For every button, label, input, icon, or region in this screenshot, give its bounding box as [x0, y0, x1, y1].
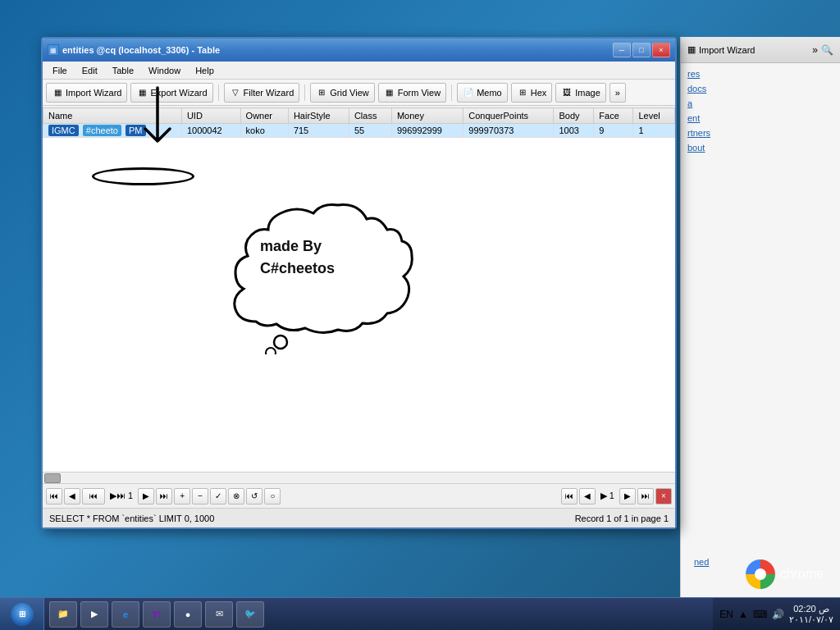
- memo-icon: 📄: [463, 87, 474, 98]
- nav-page-back-btn[interactable]: ◀: [579, 488, 596, 504]
- nav-delete-btn[interactable]: −: [192, 488, 208, 504]
- taskbar-item-ie[interactable]: e: [112, 601, 139, 628]
- data-table: Name UID Owner HairStyle Class Money Con…: [43, 107, 675, 138]
- import-wizard-button[interactable]: ▦ Import Wizard: [46, 83, 127, 103]
- right-sidebar: ▦ Import Wizard » 🔍 res docs a ent rtner…: [680, 37, 840, 597]
- cell-owner: koko: [240, 124, 288, 138]
- cell-name[interactable]: IGMC #cheeto PM: [43, 124, 182, 138]
- nav-refresh-btn[interactable]: ↺: [246, 488, 262, 504]
- cell-level: 1: [633, 124, 675, 138]
- expand-icon[interactable]: »: [812, 44, 818, 56]
- col-uid[interactable]: UID: [181, 108, 240, 124]
- toolbar-sep-1: [218, 84, 219, 101]
- table-row[interactable]: IGMC #cheeto PM 1000042 koko 715 55 9969…: [43, 124, 675, 138]
- name-badge-2: #cheeto: [83, 125, 121, 136]
- mysql-close-btn[interactable]: ×: [652, 43, 670, 57]
- image-button[interactable]: 🖼 Image: [555, 83, 606, 103]
- nav-page-next-btn[interactable]: ▶: [619, 488, 636, 504]
- mysql-title: entities @cq (localhost_3306) - Table: [62, 45, 609, 55]
- taskbar-item-chrome[interactable]: ●: [174, 601, 202, 628]
- mysql-maximize-btn[interactable]: □: [632, 43, 651, 57]
- nav-first-btn[interactable]: ⏮: [46, 488, 62, 504]
- nav-last-btn[interactable]: ⏭: [156, 488, 172, 504]
- chrome-label: chrome: [780, 567, 824, 582]
- start-button[interactable]: ⊞: [0, 598, 44, 631]
- up-arrow-icon[interactable]: ▲: [738, 609, 748, 620]
- sidebar-item-rtners[interactable]: rtners: [681, 126, 840, 140]
- sql-query: SELECT * FROM `entities` LIMIT 0, 1000: [49, 514, 214, 523]
- right-sidebar-toolbar: ▦ Import Wizard » 🔍: [681, 37, 840, 63]
- start-orb: ⊞: [11, 603, 34, 626]
- col-owner[interactable]: Owner: [240, 108, 288, 124]
- taskbar-item-bird[interactable]: 🐦: [236, 601, 264, 628]
- nav-cancel-btn[interactable]: ⊗: [228, 488, 244, 504]
- nav-page-close-btn[interactable]: ×: [655, 488, 672, 504]
- memo-button[interactable]: 📄 Memo: [457, 83, 508, 103]
- menu-table[interactable]: Table: [106, 64, 140, 77]
- explorer-icon: 📁: [57, 608, 70, 621]
- taskbar-item-outlook[interactable]: ✉: [205, 601, 233, 628]
- cell-conquerpoints: 999970373: [463, 124, 554, 138]
- image-icon: 🖼: [561, 87, 573, 98]
- filter-icon: ▽: [230, 87, 241, 98]
- sidebar-item-ent[interactable]: ent: [681, 111, 840, 126]
- import-icon: ▦: [52, 87, 63, 98]
- col-money[interactable]: Money: [391, 108, 463, 124]
- import-wizard-btn[interactable]: ▦ Import Wizard: [687, 44, 755, 55]
- col-conquerpoints[interactable]: ConquerPoints: [463, 108, 554, 124]
- mysql-toolbar: ▦ Import Wizard ▦ Export Wizard ▽ Filter…: [43, 80, 675, 106]
- taskbar-items: 📁 ▶ e Y! ● ✉ 🐦: [44, 598, 713, 630]
- lang-indicator[interactable]: EN: [719, 609, 733, 620]
- sidebar-item-bout[interactable]: bout: [681, 140, 840, 155]
- nav-check-btn[interactable]: ✓: [210, 488, 226, 504]
- nav-prev-btn[interactable]: ◀: [64, 488, 80, 504]
- col-name[interactable]: Name: [43, 108, 182, 124]
- clock[interactable]: ص 02:20 ٢٠١١/٠٧/٠٧: [789, 604, 833, 625]
- nav-page-first-btn[interactable]: ⏮: [561, 488, 578, 504]
- yahoo-icon: Y!: [150, 608, 163, 621]
- form-view-button[interactable]: ▦ Form View: [378, 83, 446, 103]
- hex-button[interactable]: ⊞ Hex: [511, 83, 553, 103]
- chrome-inner-circle: [755, 568, 766, 580]
- cell-uid: 1000042: [181, 124, 240, 138]
- nav-page-indicator: ▶⏭ 1: [107, 491, 136, 501]
- grid-view-button[interactable]: ⊞ Grid View: [310, 83, 374, 103]
- col-level[interactable]: Level: [633, 108, 675, 124]
- export-wizard-button[interactable]: ▦ Export Wizard: [130, 83, 212, 103]
- col-class[interactable]: Class: [349, 108, 391, 124]
- search-icon[interactable]: 🔍: [821, 44, 833, 56]
- menu-file[interactable]: File: [46, 64, 74, 77]
- col-hairstyle[interactable]: HairStyle: [288, 108, 349, 124]
- menu-window[interactable]: Window: [142, 64, 187, 77]
- nav-record-input[interactable]: ⏮: [82, 488, 105, 504]
- more-button[interactable]: »: [609, 83, 626, 103]
- menu-edit[interactable]: Edit: [75, 64, 104, 77]
- nav-add-btn[interactable]: +: [174, 488, 190, 504]
- mysql-minimize-btn[interactable]: ─: [613, 43, 631, 57]
- date-display: ٢٠١١/٠٧/٠٧: [789, 614, 833, 625]
- speaker-icon[interactable]: 🔊: [772, 609, 784, 620]
- sidebar-item-docs[interactable]: docs: [681, 81, 840, 96]
- keyboard-icon: ⌨: [753, 609, 767, 620]
- nav-page-last-btn[interactable]: ⏭: [637, 488, 654, 504]
- mysql-titlebar: ▦ entities @cq (localhost_3306) - Table …: [43, 39, 675, 62]
- filter-wizard-button[interactable]: ▽ Filter Wizard: [224, 83, 300, 103]
- taskbar-item-media[interactable]: ▶: [80, 601, 108, 628]
- taskbar-item-explorer[interactable]: 📁: [49, 601, 77, 628]
- col-body[interactable]: Body: [554, 108, 594, 124]
- taskbar-item-yahoo[interactable]: Y!: [143, 601, 171, 628]
- scroll-thumb[interactable]: [44, 473, 61, 483]
- menu-help[interactable]: Help: [189, 64, 221, 77]
- table-area[interactable]: Name UID Owner HairStyle Class Money Con…: [43, 107, 675, 472]
- table-icon: ▦: [687, 44, 696, 55]
- sidebar-item-a[interactable]: a: [681, 96, 840, 111]
- nav-next-btn[interactable]: ▶: [138, 488, 154, 504]
- chrome-logo: chrome: [746, 559, 824, 589]
- sidebar-item-res[interactable]: res: [681, 66, 840, 81]
- mysql-win-controls: ─ □ ×: [613, 43, 670, 57]
- grid-icon: ⊞: [316, 87, 327, 98]
- nav-clear-btn[interactable]: ○: [264, 488, 281, 504]
- col-face[interactable]: Face: [594, 108, 633, 124]
- mysql-menubar: File Edit Table Window Help: [43, 62, 675, 80]
- horizontal-scrollbar[interactable]: [43, 472, 675, 483]
